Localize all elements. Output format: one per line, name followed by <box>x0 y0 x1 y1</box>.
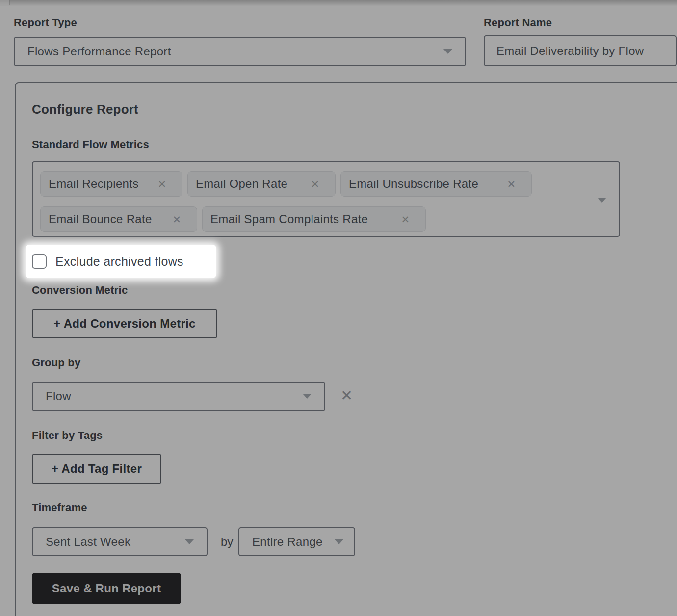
dim-overlay <box>0 0 677 616</box>
exclude-archived-flows-checkbox[interactable] <box>32 254 47 269</box>
exclude-archived-flows-label: Exclude archived flows <box>55 255 183 269</box>
exclude-archived-flows-highlight: Exclude archived flows <box>26 245 216 278</box>
